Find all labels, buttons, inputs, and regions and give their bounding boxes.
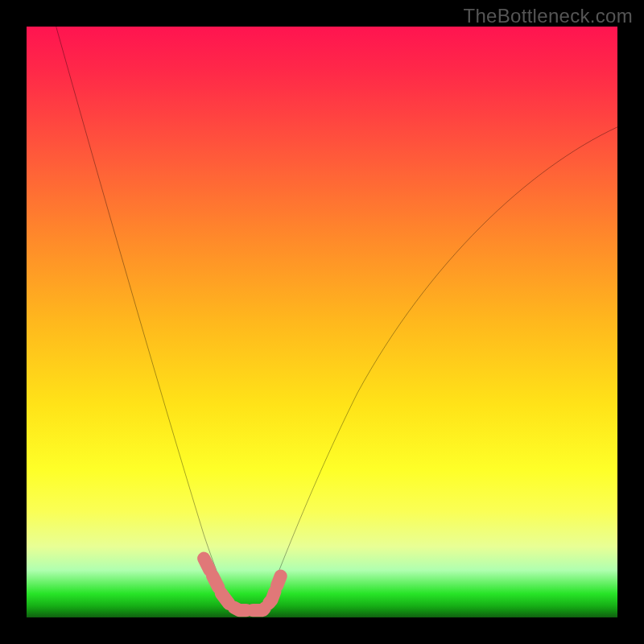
right-curve (263, 127, 617, 612)
plot-area (27, 27, 617, 617)
curve-svg (27, 27, 617, 617)
chart-container: TheBottleneck.com (0, 0, 644, 644)
highlight-base (204, 559, 280, 611)
left-curve (56, 27, 233, 612)
watermark-text: TheBottleneck.com (463, 5, 633, 27)
